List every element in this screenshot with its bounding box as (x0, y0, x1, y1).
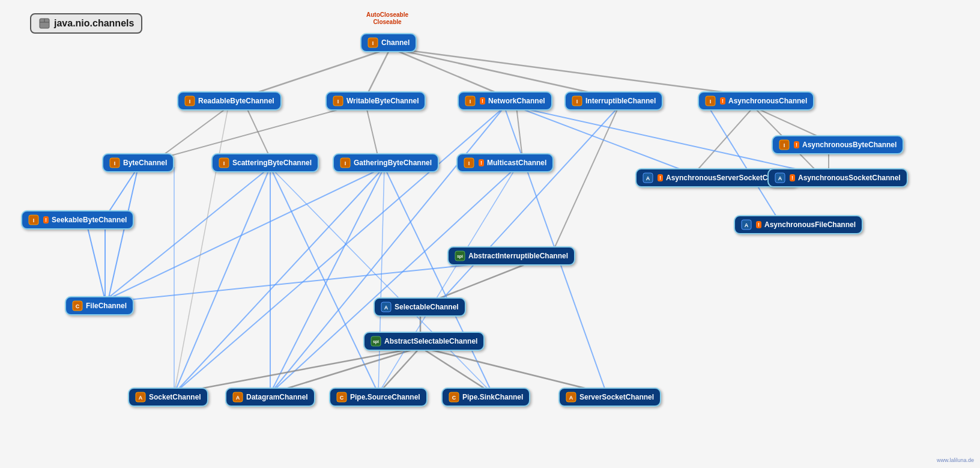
class-icon: C (449, 392, 459, 403)
node-selectablechannel[interactable]: A SelectableChannel (374, 297, 466, 317)
svg-line-19 (174, 167, 270, 394)
node-asc-badge: ! (790, 174, 795, 181)
abstract-icon: A (566, 392, 576, 403)
svg-text:I: I (372, 40, 374, 46)
package-label: java.nio.channels (30, 13, 142, 34)
node-readablebytechannel[interactable]: I ReadableByteChannel (177, 91, 282, 111)
node-pipesourcechannel[interactable]: C Pipe.SourceChannel (329, 387, 428, 407)
interface-icon: I (779, 139, 790, 150)
svg-text:I: I (223, 160, 225, 166)
node-assc-badge: ! (658, 174, 663, 181)
node-mc-badge: ! (479, 159, 484, 166)
svg-text:I: I (470, 99, 471, 105)
node-seekbc-label: SeekableByteChannel (52, 216, 127, 224)
node-bytechannel[interactable]: I ByteChannel (102, 153, 174, 172)
node-gatheringbytechannel[interactable]: I GatheringByteChannel (333, 153, 439, 172)
svg-line-37 (420, 347, 606, 394)
svg-text:C: C (76, 303, 80, 309)
node-psc-label: Pipe.SourceChannel (350, 393, 420, 401)
class-icon: C (72, 300, 83, 311)
node-filechannel[interactable]: C FileChannel (65, 296, 134, 315)
svg-text:C: C (452, 395, 456, 401)
node-gbc-label: GatheringByteChannel (354, 159, 432, 167)
svg-text:A: A (745, 222, 749, 228)
svg-text:A: A (384, 305, 389, 311)
node-asyncbytechannel[interactable]: I ! AsynchronousByteChannel (772, 135, 904, 154)
node-serversocketchannel[interactable]: A ServerSocketChannel (558, 387, 661, 407)
node-ac-badge: ! (720, 97, 725, 105)
node-nc-badge: ! (480, 97, 485, 105)
svg-text:A: A (569, 395, 573, 401)
svg-text:I: I (576, 99, 578, 105)
node-sc-label: SelectableChannel (395, 303, 459, 311)
node-rbc-label: ReadableByteChannel (198, 97, 274, 105)
class-icon: C (336, 392, 347, 403)
interface-icon: I (465, 96, 476, 106)
node-asyncfilechannel[interactable]: A ! AsynchronousFileChannel (734, 215, 863, 234)
svg-line-18 (105, 167, 270, 300)
svg-text:A: A (646, 175, 650, 181)
svg-line-35 (378, 347, 420, 394)
svg-text:I: I (345, 160, 346, 166)
svg-line-38 (438, 107, 619, 303)
node-seekbc-badge: ! (43, 216, 49, 223)
svg-line-46 (174, 107, 228, 394)
node-dc-label: DatagramChannel (246, 393, 308, 401)
svg-line-0 (246, 48, 390, 96)
node-multicastchannel[interactable]: I ! MulticastChannel (456, 153, 554, 172)
node-scatteringbytechannel[interactable]: I ScatteringByteChannel (211, 153, 319, 172)
abstract-icon: A (381, 302, 392, 312)
node-asyncsocketchannel[interactable]: A ! AsynchronousSocketChannel (767, 168, 908, 187)
node-writablebytechannel[interactable]: I WritableByteChannel (325, 91, 426, 111)
svg-text:I: I (784, 142, 785, 148)
node-psk-label: Pipe.SinkChannel (462, 393, 523, 401)
node-channel-label: Channel (381, 38, 410, 47)
svg-line-36 (420, 347, 492, 394)
node-datagramchannel[interactable]: A DatagramChannel (225, 387, 315, 407)
svg-line-26 (270, 167, 516, 394)
svg-line-8 (366, 107, 378, 158)
node-socketchannel[interactable]: A SocketChannel (128, 387, 208, 407)
node-abstractselectablechannel[interactable]: spi AbstractSelectableChannel (363, 332, 485, 351)
spi-icon: spi (371, 336, 381, 347)
autocloseable-label: AutoCloseableCloseable (366, 11, 408, 25)
node-pipesinkchannel[interactable]: C Pipe.SinkChannel (441, 387, 530, 407)
abstract-icon: A (741, 219, 752, 230)
interface-icon: I (464, 157, 474, 168)
node-abstractinterruptiblechannel[interactable]: spi AbstractInterruptibleChannel (447, 246, 575, 266)
svg-line-21 (270, 167, 378, 394)
abstract-icon: A (232, 392, 243, 403)
node-channel[interactable]: I Channel (360, 33, 417, 52)
node-asynchronouschannel[interactable]: I ! AsynchronousChannel (698, 91, 814, 111)
node-sbc-label: ScatteringByteChannel (232, 159, 312, 167)
package-title: java.nio.channels (54, 18, 134, 29)
svg-line-7 (162, 107, 348, 158)
node-networkchannel[interactable]: I ! NetworkChannel (458, 91, 552, 111)
svg-line-16 (108, 167, 138, 300)
node-fc-label: FileChannel (86, 302, 127, 310)
node-asc2-label: AbstractSelectableChannel (384, 337, 477, 345)
svg-line-34 (270, 347, 420, 394)
svg-line-1 (366, 48, 390, 96)
node-interruptiblechannel[interactable]: I InterruptibleChannel (564, 91, 663, 111)
svg-text:A: A (139, 395, 143, 401)
svg-line-32 (105, 263, 486, 302)
svg-line-6 (246, 107, 270, 158)
node-ic-label: InterruptibleChannel (585, 97, 656, 105)
interface-icon: I (333, 96, 343, 106)
node-ssc-label: ServerSocketChannel (579, 393, 654, 401)
svg-line-25 (384, 167, 492, 394)
node-sockch-label: SocketChannel (149, 393, 201, 401)
watermark: www.laliluna.de (937, 457, 974, 463)
node-asc-label: AsynchronousSocketChannel (798, 174, 901, 182)
svg-text:spi: spi (373, 339, 379, 344)
svg-text:I: I (337, 99, 339, 105)
svg-text:spi: spi (457, 254, 463, 259)
svg-line-10 (552, 107, 619, 252)
svg-line-22 (105, 167, 384, 300)
svg-line-2 (390, 48, 504, 96)
svg-line-24 (270, 167, 384, 394)
node-abc-badge: ! (794, 141, 799, 148)
node-seekablebytechannel[interactable]: I ! SeekableByteChannel (21, 210, 134, 229)
svg-text:I: I (114, 160, 116, 166)
